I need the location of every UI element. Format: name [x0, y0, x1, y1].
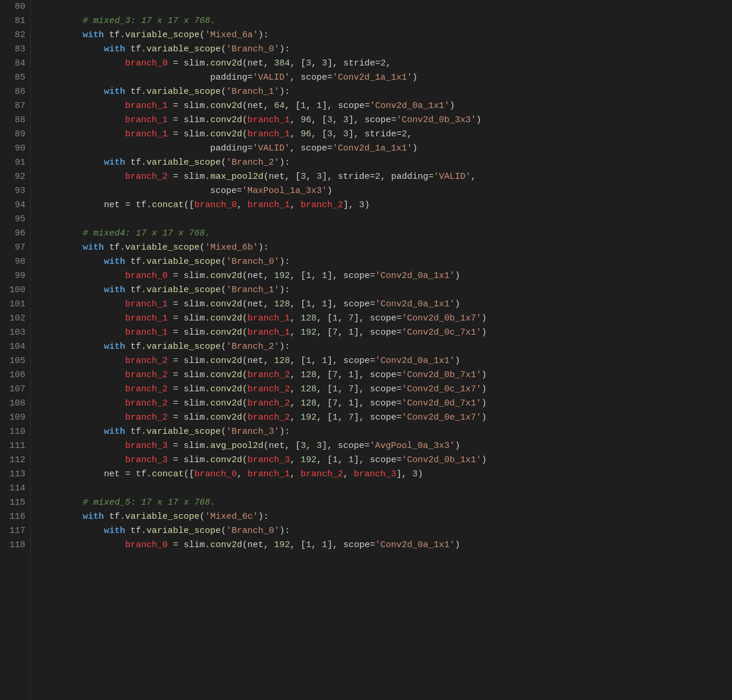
line-number: 104 — [5, 340, 25, 354]
code-line: with tf.variable_scope('Branch_1'): — [40, 283, 732, 297]
code-line: branch_2 = slim.max_pool2d(net, [3, 3], … — [40, 170, 732, 184]
code-line: net = tf.concat([branch_0, branch_1, bra… — [40, 198, 732, 212]
code-line: branch_1 = slim.conv2d(branch_1, 128, [1… — [40, 312, 732, 326]
line-number: 84 — [5, 57, 25, 71]
code-line: with tf.variable_scope('Mixed_6a'): — [40, 28, 732, 42]
code-line: with tf.variable_scope('Branch_1'): — [40, 85, 732, 99]
line-number: 80 — [5, 0, 25, 14]
line-number: 90 — [5, 142, 25, 156]
code-line: branch_1 = slim.conv2d(net, 64, [1, 1], … — [40, 99, 732, 113]
line-number: 88 — [5, 113, 25, 127]
code-line: padding='VALID', scope='Conv2d_1a_1x1') — [40, 142, 732, 156]
code-content-area[interactable]: # mixed_3: 17 x 17 x 768. with tf.variab… — [31, 0, 732, 700]
code-line: branch_2 = slim.conv2d(branch_2, 128, [1… — [40, 382, 732, 397]
line-number: 100 — [5, 283, 25, 297]
code-line: # mixed4: 17 x 17 x 768. — [40, 227, 732, 241]
code-line: net = tf.concat([branch_0, branch_1, bra… — [40, 467, 732, 482]
line-number: 87 — [5, 99, 25, 113]
line-number: 103 — [5, 326, 25, 340]
code-line: with tf.variable_scope('Branch_3'): — [40, 425, 732, 439]
code-line: branch_3 = slim.conv2d(branch_3, 192, [1… — [40, 453, 732, 467]
line-number: 106 — [5, 368, 25, 382]
line-number: 86 — [5, 85, 25, 99]
code-line: with tf.variable_scope('Branch_0'): — [40, 255, 732, 269]
code-line: branch_2 = slim.conv2d(branch_2, 192, [1… — [40, 411, 732, 425]
line-number: 97 — [5, 241, 25, 255]
line-number: 101 — [5, 297, 25, 312]
line-number: 108 — [5, 397, 25, 411]
code-line: with tf.variable_scope('Mixed_6c'): — [40, 510, 732, 524]
line-number: 89 — [5, 127, 25, 142]
code-editor: 8081828384858687888990919293949596979899… — [0, 0, 732, 700]
line-number: 99 — [5, 269, 25, 283]
code-line: with tf.variable_scope('Branch_0'): — [40, 524, 732, 538]
code-line: with tf.variable_scope('Mixed_6b'): — [40, 241, 732, 255]
line-number: 112 — [5, 453, 25, 467]
code-line: branch_2 = slim.conv2d(branch_2, 128, [7… — [40, 397, 732, 411]
line-number-gutter: 8081828384858687888990919293949596979899… — [0, 0, 31, 700]
line-number: 83 — [5, 42, 25, 57]
code-line: # mixed_3: 17 x 17 x 768. — [40, 14, 732, 28]
line-number: 118 — [5, 538, 25, 552]
line-number: 93 — [5, 184, 25, 198]
code-line: branch_1 = slim.conv2d(branch_1, 192, [7… — [40, 326, 732, 340]
line-number: 102 — [5, 312, 25, 326]
code-line — [40, 0, 732, 14]
code-line: with tf.variable_scope('Branch_2'): — [40, 156, 732, 170]
line-number: 113 — [5, 467, 25, 482]
line-number: 117 — [5, 524, 25, 538]
line-number: 81 — [5, 14, 25, 28]
line-number: 96 — [5, 227, 25, 241]
code-line: branch_2 = slim.conv2d(net, 128, [1, 1],… — [40, 354, 732, 368]
line-number: 115 — [5, 496, 25, 510]
code-line: padding='VALID', scope='Conv2d_1a_1x1') — [40, 71, 732, 85]
line-number: 105 — [5, 354, 25, 368]
code-line: scope='MaxPool_1a_3x3') — [40, 184, 732, 198]
line-number: 109 — [5, 411, 25, 425]
line-number: 91 — [5, 156, 25, 170]
code-line: with tf.variable_scope('Branch_0'): — [40, 42, 732, 57]
line-number: 82 — [5, 28, 25, 42]
code-line: branch_2 = slim.conv2d(branch_2, 128, [7… — [40, 368, 732, 382]
code-line: branch_3 = slim.avg_pool2d(net, [3, 3], … — [40, 439, 732, 453]
line-number: 107 — [5, 382, 25, 397]
line-number: 98 — [5, 255, 25, 269]
code-line: branch_0 = slim.conv2d(net, 384, [3, 3],… — [40, 57, 732, 71]
code-line — [40, 212, 732, 227]
code-line: branch_1 = slim.conv2d(branch_1, 96, [3,… — [40, 127, 732, 142]
line-number: 114 — [5, 482, 25, 496]
line-number: 85 — [5, 71, 25, 85]
line-number: 111 — [5, 439, 25, 453]
line-number: 94 — [5, 198, 25, 212]
code-line: # mixed_5: 17 x 17 x 768. — [40, 496, 732, 510]
line-number: 116 — [5, 510, 25, 524]
line-number: 92 — [5, 170, 25, 184]
line-number: 95 — [5, 212, 25, 227]
code-line — [40, 482, 732, 496]
code-line: branch_0 = slim.conv2d(net, 192, [1, 1],… — [40, 538, 732, 552]
code-line: with tf.variable_scope('Branch_2'): — [40, 340, 732, 354]
code-line: branch_1 = slim.conv2d(net, 128, [1, 1],… — [40, 297, 732, 312]
code-line: branch_1 = slim.conv2d(branch_1, 96, [3,… — [40, 113, 732, 127]
code-line: branch_0 = slim.conv2d(net, 192, [1, 1],… — [40, 269, 732, 283]
line-number: 110 — [5, 425, 25, 439]
